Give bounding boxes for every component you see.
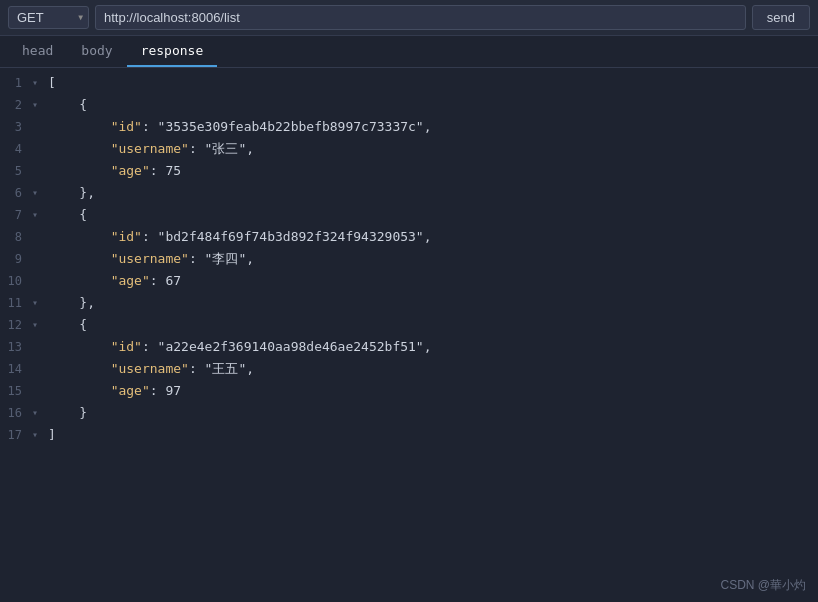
code-content: "username": "王五", xyxy=(46,358,818,380)
code-content: "id": "bd2f484f69f74b3d892f324f94329053"… xyxy=(46,226,818,248)
code-content: }, xyxy=(46,292,818,314)
line-number: 16 xyxy=(0,402,32,424)
fold-icon[interactable]: ▾ xyxy=(32,204,46,226)
fold-icon[interactable]: ▾ xyxy=(32,94,46,116)
line-number: 12 xyxy=(0,314,32,336)
url-input[interactable] xyxy=(95,5,746,30)
fold-icon[interactable]: ▾ xyxy=(32,402,46,424)
code-line: 7▾ { xyxy=(0,204,818,226)
watermark: CSDN @華小灼 xyxy=(720,577,806,594)
toolbar: GET POST PUT DELETE send xyxy=(0,0,818,36)
line-number: 15 xyxy=(0,380,32,402)
code-line: 14 "username": "王五", xyxy=(0,358,818,380)
line-number: 6 xyxy=(0,182,32,204)
line-number: 8 xyxy=(0,226,32,248)
line-number: 1 xyxy=(0,72,32,94)
line-number: 14 xyxy=(0,358,32,380)
code-line: 15 "age": 97 xyxy=(0,380,818,402)
code-line: 13 "id": "a22e4e2f369140aa98de46ae2452bf… xyxy=(0,336,818,358)
fold-icon[interactable]: ▾ xyxy=(32,292,46,314)
code-line: 17▾] xyxy=(0,424,818,446)
code-content: "username": "张三", xyxy=(46,138,818,160)
code-line: 16▾ } xyxy=(0,402,818,424)
fold-icon[interactable]: ▾ xyxy=(32,72,46,94)
line-number: 13 xyxy=(0,336,32,358)
code-content: "username": "李四", xyxy=(46,248,818,270)
send-button[interactable]: send xyxy=(752,5,810,30)
code-content: "age": 97 xyxy=(46,380,818,402)
line-number: 11 xyxy=(0,292,32,314)
code-line: 1▾[ xyxy=(0,72,818,94)
code-content: "age": 67 xyxy=(46,270,818,292)
fold-icon[interactable]: ▾ xyxy=(32,424,46,446)
code-line: 6▾ }, xyxy=(0,182,818,204)
code-line: 5 "age": 75 xyxy=(0,160,818,182)
fold-icon[interactable]: ▾ xyxy=(32,314,46,336)
code-content: { xyxy=(46,314,818,336)
code-content: { xyxy=(46,204,818,226)
line-number: 4 xyxy=(0,138,32,160)
tab-head[interactable]: head xyxy=(8,36,67,67)
tabs: head body response xyxy=(0,36,818,68)
code-content: "age": 75 xyxy=(46,160,818,182)
method-select-wrapper: GET POST PUT DELETE xyxy=(8,6,89,29)
code-line: 10 "age": 67 xyxy=(0,270,818,292)
code-content: }, xyxy=(46,182,818,204)
code-line: 8 "id": "bd2f484f69f74b3d892f324f9432905… xyxy=(0,226,818,248)
code-content: { xyxy=(46,94,818,116)
line-number: 2 xyxy=(0,94,32,116)
tab-body[interactable]: body xyxy=(67,36,126,67)
code-line: 12▾ { xyxy=(0,314,818,336)
code-line: 4 "username": "张三", xyxy=(0,138,818,160)
code-area: 1▾[2▾ {3 "id": "3535e309feab4b22bbefb899… xyxy=(0,68,818,598)
line-number: 17 xyxy=(0,424,32,446)
code-content: [ xyxy=(46,72,818,94)
method-select[interactable]: GET POST PUT DELETE xyxy=(8,6,89,29)
code-line: 11▾ }, xyxy=(0,292,818,314)
line-number: 7 xyxy=(0,204,32,226)
code-line: 9 "username": "李四", xyxy=(0,248,818,270)
code-line: 2▾ { xyxy=(0,94,818,116)
line-number: 3 xyxy=(0,116,32,138)
fold-icon[interactable]: ▾ xyxy=(32,182,46,204)
line-number: 10 xyxy=(0,270,32,292)
line-number: 9 xyxy=(0,248,32,270)
code-content: "id": "3535e309feab4b22bbefb8997c73337c"… xyxy=(46,116,818,138)
tab-response[interactable]: response xyxy=(127,36,218,67)
code-content: ] xyxy=(46,424,818,446)
line-number: 5 xyxy=(0,160,32,182)
code-content: } xyxy=(46,402,818,424)
code-content: "id": "a22e4e2f369140aa98de46ae2452bf51"… xyxy=(46,336,818,358)
code-line: 3 "id": "3535e309feab4b22bbefb8997c73337… xyxy=(0,116,818,138)
